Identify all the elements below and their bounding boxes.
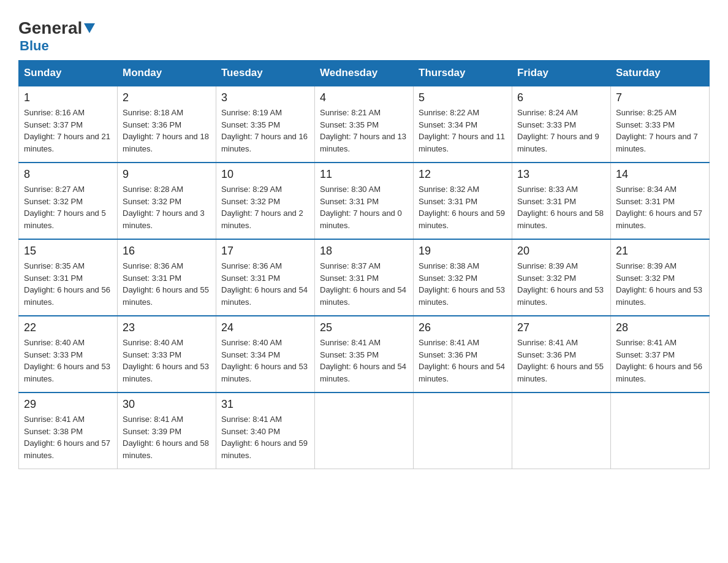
day-number: 17 bbox=[221, 245, 309, 258]
day-info: Sunrise: 8:22 AM Sunset: 3:34 PM Dayligh… bbox=[419, 107, 507, 155]
calendar-cell: 29 Sunrise: 8:41 AM Sunset: 3:38 PM Dayl… bbox=[19, 393, 118, 469]
day-info: Sunrise: 8:29 AM Sunset: 3:32 PM Dayligh… bbox=[221, 183, 309, 231]
calendar-cell: 30 Sunrise: 8:41 AM Sunset: 3:39 PM Dayl… bbox=[118, 393, 216, 469]
day-number: 13 bbox=[517, 168, 605, 181]
calendar-cell: 17 Sunrise: 8:36 AM Sunset: 3:31 PM Dayl… bbox=[216, 239, 315, 316]
day-number: 6 bbox=[517, 91, 605, 104]
calendar-cell: 26 Sunrise: 8:41 AM Sunset: 3:36 PM Dayl… bbox=[414, 316, 512, 393]
day-info: Sunrise: 8:41 AM Sunset: 3:39 PM Dayligh… bbox=[123, 413, 211, 461]
day-info: Sunrise: 8:30 AM Sunset: 3:31 PM Dayligh… bbox=[320, 183, 408, 231]
day-info: Sunrise: 8:27 AM Sunset: 3:32 PM Dayligh… bbox=[24, 183, 112, 231]
day-info: Sunrise: 8:21 AM Sunset: 3:35 PM Dayligh… bbox=[320, 107, 408, 155]
calendar-cell: 16 Sunrise: 8:36 AM Sunset: 3:31 PM Dayl… bbox=[118, 239, 216, 316]
day-info: Sunrise: 8:41 AM Sunset: 3:35 PM Dayligh… bbox=[320, 337, 408, 385]
calendar-cell: 6 Sunrise: 8:24 AM Sunset: 3:33 PM Dayli… bbox=[512, 86, 611, 163]
day-info: Sunrise: 8:40 AM Sunset: 3:33 PM Dayligh… bbox=[24, 337, 112, 385]
day-info: Sunrise: 8:24 AM Sunset: 3:33 PM Dayligh… bbox=[517, 107, 605, 155]
calendar-cell: 13 Sunrise: 8:33 AM Sunset: 3:31 PM Dayl… bbox=[512, 163, 611, 239]
calendar-cell: 24 Sunrise: 8:40 AM Sunset: 3:34 PM Dayl… bbox=[216, 316, 315, 393]
day-info: Sunrise: 8:41 AM Sunset: 3:36 PM Dayligh… bbox=[419, 337, 507, 385]
calendar-cell: 7 Sunrise: 8:25 AM Sunset: 3:33 PM Dayli… bbox=[611, 86, 710, 163]
day-number: 7 bbox=[616, 91, 704, 104]
calendar-cell: 11 Sunrise: 8:30 AM Sunset: 3:31 PM Dayl… bbox=[315, 163, 414, 239]
calendar-cell bbox=[414, 393, 512, 469]
logo-general-text: General bbox=[18, 18, 82, 38]
day-info: Sunrise: 8:18 AM Sunset: 3:36 PM Dayligh… bbox=[123, 107, 211, 155]
day-number: 25 bbox=[320, 321, 408, 334]
day-number: 27 bbox=[517, 321, 605, 334]
calendar-week-2: 8 Sunrise: 8:27 AM Sunset: 3:32 PM Dayli… bbox=[19, 163, 710, 239]
day-info: Sunrise: 8:37 AM Sunset: 3:31 PM Dayligh… bbox=[320, 260, 408, 308]
day-info: Sunrise: 8:32 AM Sunset: 3:31 PM Dayligh… bbox=[419, 183, 507, 231]
calendar-cell: 10 Sunrise: 8:29 AM Sunset: 3:32 PM Dayl… bbox=[216, 163, 315, 239]
day-number: 21 bbox=[616, 245, 704, 258]
page-header: General Blue bbox=[18, 12, 710, 54]
calendar-cell: 27 Sunrise: 8:41 AM Sunset: 3:36 PM Dayl… bbox=[512, 316, 611, 393]
calendar-cell bbox=[611, 393, 710, 469]
calendar-cell bbox=[512, 393, 611, 469]
day-number: 11 bbox=[320, 168, 408, 181]
calendar-cell: 2 Sunrise: 8:18 AM Sunset: 3:36 PM Dayli… bbox=[118, 86, 216, 163]
calendar-cell: 14 Sunrise: 8:34 AM Sunset: 3:31 PM Dayl… bbox=[611, 163, 710, 239]
day-header-saturday: Saturday bbox=[611, 61, 710, 86]
calendar-cell: 21 Sunrise: 8:39 AM Sunset: 3:32 PM Dayl… bbox=[611, 239, 710, 316]
calendar-cell: 12 Sunrise: 8:32 AM Sunset: 3:31 PM Dayl… bbox=[414, 163, 512, 239]
calendar-cell: 22 Sunrise: 8:40 AM Sunset: 3:33 PM Dayl… bbox=[19, 316, 118, 393]
logo: General Blue bbox=[18, 18, 95, 54]
day-info: Sunrise: 8:38 AM Sunset: 3:32 PM Dayligh… bbox=[419, 260, 507, 308]
day-info: Sunrise: 8:25 AM Sunset: 3:33 PM Dayligh… bbox=[616, 107, 704, 155]
logo-arrow-icon bbox=[84, 23, 95, 36]
day-number: 22 bbox=[24, 321, 112, 334]
calendar-header-row: SundayMondayTuesdayWednesdayThursdayFrid… bbox=[19, 61, 710, 86]
calendar-cell: 4 Sunrise: 8:21 AM Sunset: 3:35 PM Dayli… bbox=[315, 86, 414, 163]
day-number: 19 bbox=[419, 245, 507, 258]
calendar-cell: 18 Sunrise: 8:37 AM Sunset: 3:31 PM Dayl… bbox=[315, 239, 414, 316]
calendar-week-1: 1 Sunrise: 8:16 AM Sunset: 3:37 PM Dayli… bbox=[19, 86, 710, 163]
calendar-cell: 3 Sunrise: 8:19 AM Sunset: 3:35 PM Dayli… bbox=[216, 86, 315, 163]
day-info: Sunrise: 8:39 AM Sunset: 3:32 PM Dayligh… bbox=[616, 260, 704, 308]
svg-marker-0 bbox=[84, 23, 95, 33]
day-header-wednesday: Wednesday bbox=[315, 61, 414, 86]
day-number: 15 bbox=[24, 245, 112, 258]
day-number: 30 bbox=[123, 398, 211, 411]
calendar-table: SundayMondayTuesdayWednesdayThursdayFrid… bbox=[18, 60, 710, 469]
calendar-cell: 25 Sunrise: 8:41 AM Sunset: 3:35 PM Dayl… bbox=[315, 316, 414, 393]
day-info: Sunrise: 8:16 AM Sunset: 3:37 PM Dayligh… bbox=[24, 107, 112, 155]
day-header-sunday: Sunday bbox=[19, 61, 118, 86]
day-number: 2 bbox=[123, 91, 211, 104]
calendar-cell: 19 Sunrise: 8:38 AM Sunset: 3:32 PM Dayl… bbox=[414, 239, 512, 316]
calendar-cell: 15 Sunrise: 8:35 AM Sunset: 3:31 PM Dayl… bbox=[19, 239, 118, 316]
calendar-week-5: 29 Sunrise: 8:41 AM Sunset: 3:38 PM Dayl… bbox=[19, 393, 710, 469]
day-number: 1 bbox=[24, 91, 112, 104]
day-number: 26 bbox=[419, 321, 507, 334]
day-info: Sunrise: 8:36 AM Sunset: 3:31 PM Dayligh… bbox=[123, 260, 211, 308]
day-info: Sunrise: 8:41 AM Sunset: 3:37 PM Dayligh… bbox=[616, 337, 704, 385]
day-number: 18 bbox=[320, 245, 408, 258]
day-number: 8 bbox=[24, 168, 112, 181]
day-info: Sunrise: 8:19 AM Sunset: 3:35 PM Dayligh… bbox=[221, 107, 309, 155]
day-number: 3 bbox=[221, 91, 309, 104]
calendar-cell: 20 Sunrise: 8:39 AM Sunset: 3:32 PM Dayl… bbox=[512, 239, 611, 316]
day-number: 16 bbox=[123, 245, 211, 258]
day-number: 23 bbox=[123, 321, 211, 334]
day-header-tuesday: Tuesday bbox=[216, 61, 315, 86]
calendar-cell: 28 Sunrise: 8:41 AM Sunset: 3:37 PM Dayl… bbox=[611, 316, 710, 393]
day-info: Sunrise: 8:40 AM Sunset: 3:34 PM Dayligh… bbox=[221, 337, 309, 385]
calendar-cell: 23 Sunrise: 8:40 AM Sunset: 3:33 PM Dayl… bbox=[118, 316, 216, 393]
day-number: 31 bbox=[221, 398, 309, 411]
calendar-cell: 8 Sunrise: 8:27 AM Sunset: 3:32 PM Dayli… bbox=[19, 163, 118, 239]
day-info: Sunrise: 8:33 AM Sunset: 3:31 PM Dayligh… bbox=[517, 183, 605, 231]
day-number: 20 bbox=[517, 245, 605, 258]
day-number: 28 bbox=[616, 321, 704, 334]
calendar-week-3: 15 Sunrise: 8:35 AM Sunset: 3:31 PM Dayl… bbox=[19, 239, 710, 316]
day-info: Sunrise: 8:41 AM Sunset: 3:36 PM Dayligh… bbox=[517, 337, 605, 385]
day-info: Sunrise: 8:41 AM Sunset: 3:40 PM Dayligh… bbox=[221, 413, 309, 461]
day-info: Sunrise: 8:36 AM Sunset: 3:31 PM Dayligh… bbox=[221, 260, 309, 308]
calendar-cell: 5 Sunrise: 8:22 AM Sunset: 3:34 PM Dayli… bbox=[414, 86, 512, 163]
calendar-cell: 1 Sunrise: 8:16 AM Sunset: 3:37 PM Dayli… bbox=[19, 86, 118, 163]
day-info: Sunrise: 8:40 AM Sunset: 3:33 PM Dayligh… bbox=[123, 337, 211, 385]
day-header-friday: Friday bbox=[512, 61, 611, 86]
logo-blue-text: Blue bbox=[20, 38, 49, 53]
calendar-cell: 9 Sunrise: 8:28 AM Sunset: 3:32 PM Dayli… bbox=[118, 163, 216, 239]
day-info: Sunrise: 8:34 AM Sunset: 3:31 PM Dayligh… bbox=[616, 183, 704, 231]
